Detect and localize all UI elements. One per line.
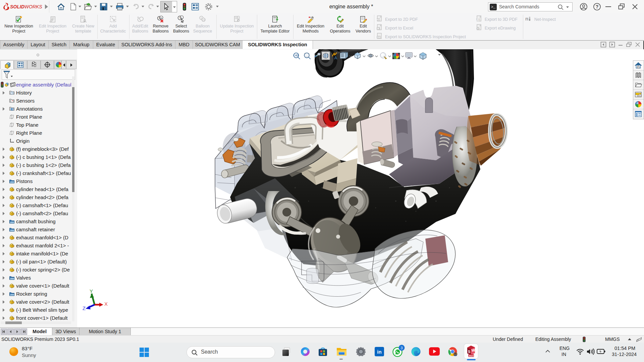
- svg-text:3: 3: [400, 346, 402, 350]
- svg-text:Y: Y: [90, 288, 93, 294]
- svg-text:PDF: PDF: [377, 19, 381, 21]
- svg-text:?: ?: [596, 4, 599, 9]
- svg-text:111: 111: [159, 16, 162, 19]
- svg-text:X: X: [104, 301, 108, 307]
- svg-text:e: e: [477, 27, 479, 29]
- svg-text:S: S: [468, 349, 470, 353]
- svg-text:n: n: [525, 16, 528, 21]
- svg-text:2023: 2023: [469, 355, 474, 357]
- svg-text:Z: Z: [83, 305, 86, 311]
- svg-text:SW: SW: [377, 36, 380, 38]
- svg-text:23: 23: [202, 18, 205, 21]
- svg-text:PDF: PDF: [476, 20, 479, 21]
- svg-text:in: in: [377, 349, 381, 355]
- svg-text:A: A: [334, 55, 337, 60]
- svg-text:SOLIDWORKS: SOLIDWORKS: [10, 4, 42, 9]
- svg-text:1: 1: [201, 16, 202, 19]
- svg-text:W: W: [472, 348, 475, 353]
